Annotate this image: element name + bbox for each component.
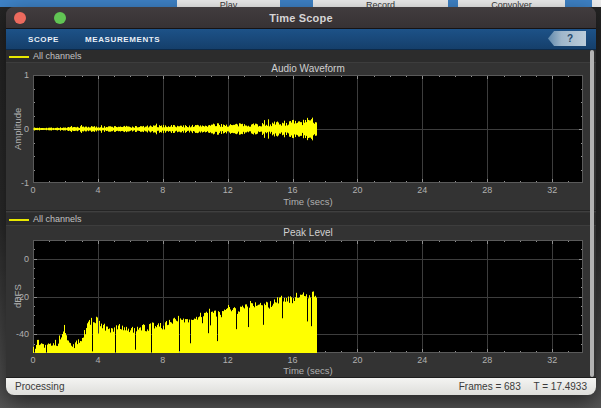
background-partial-button <box>592 0 601 7</box>
y-tick-label: 0 <box>24 124 29 134</box>
plot2-axes[interactable] <box>33 240 583 353</box>
background-record-button[interactable]: Record <box>313 0 448 7</box>
plot1-axes[interactable] <box>33 75 583 183</box>
x-tick-label: 0 <box>30 355 35 365</box>
plot2-xlabel: Time (secs) <box>33 365 583 376</box>
x-tick-label: 24 <box>417 355 427 365</box>
panel-divider <box>6 210 596 212</box>
legend-peak: All channels <box>6 213 596 226</box>
x-tick-label: 32 <box>547 185 557 195</box>
status-counters: Frames = 683 T = 17.4933 <box>449 381 587 392</box>
x-tick-label: 24 <box>417 185 427 195</box>
plot1-xtick-labels: 048121620242832 <box>33 185 583 195</box>
x-tick-label: 20 <box>352 355 362 365</box>
y-tick-label: -1 <box>21 178 29 188</box>
status-frames: Frames = 683 <box>459 381 521 392</box>
legend-label: All channels <box>33 214 82 224</box>
scope-content: All channels Audio Waveform Amplitude 10… <box>6 50 596 377</box>
tab-scope[interactable]: SCOPE <box>28 35 59 44</box>
status-time: T = 17.4933 <box>534 381 587 392</box>
vertical-scrollbar[interactable] <box>590 50 594 377</box>
x-tick-label: 16 <box>288 355 298 365</box>
legend-waveform: All channels <box>6 50 596 63</box>
legend-label: All channels <box>33 51 82 61</box>
time-scope-window: Time Scope SCOPE MEASUREMENTS ? All chan… <box>6 7 596 395</box>
legend-line-icon <box>9 56 29 58</box>
y-tick-label: -40 <box>16 329 29 339</box>
x-tick-label: 12 <box>223 355 233 365</box>
background-convolver-button[interactable]: Convolver <box>458 0 565 7</box>
x-tick-label: 8 <box>160 185 165 195</box>
status-message: Processing <box>15 381 64 392</box>
plot2-title: Peak Level <box>33 227 583 238</box>
x-tick-label: 20 <box>352 185 362 195</box>
x-tick-label: 28 <box>482 355 492 365</box>
status-bar: Processing Frames = 683 T = 17.4933 <box>6 377 596 395</box>
x-tick-label: 0 <box>30 185 35 195</box>
plot1-title: Audio Waveform <box>33 63 583 74</box>
plot2-xtick-labels: 048121620242832 <box>33 355 583 365</box>
y-tick-label: 0 <box>24 254 29 264</box>
legend-line-icon <box>9 219 29 221</box>
plot1-xlabel: Time (secs) <box>33 196 583 207</box>
window-title: Time Scope <box>6 12 596 24</box>
x-tick-label: 32 <box>547 355 557 365</box>
background-play-button[interactable]: Play <box>177 0 280 7</box>
y-tick-label: 1 <box>24 70 29 80</box>
x-tick-label: 4 <box>95 185 100 195</box>
plot1-ylabel: Amplitude <box>10 75 24 183</box>
background-window-toolbar: Play Record Convolver <box>0 0 601 7</box>
x-tick-label: 28 <box>482 185 492 195</box>
x-tick-label: 8 <box>160 355 165 365</box>
x-tick-label: 4 <box>95 355 100 365</box>
y-tick-label: -20 <box>16 292 29 302</box>
tab-measurements[interactable]: MEASUREMENTS <box>85 35 160 44</box>
help-button[interactable]: ? <box>548 31 586 46</box>
ribbon-tabbar: SCOPE MEASUREMENTS ? <box>6 29 596 50</box>
x-tick-label: 16 <box>288 185 298 195</box>
x-tick-label: 12 <box>223 185 233 195</box>
titlebar[interactable]: Time Scope <box>6 7 596 29</box>
